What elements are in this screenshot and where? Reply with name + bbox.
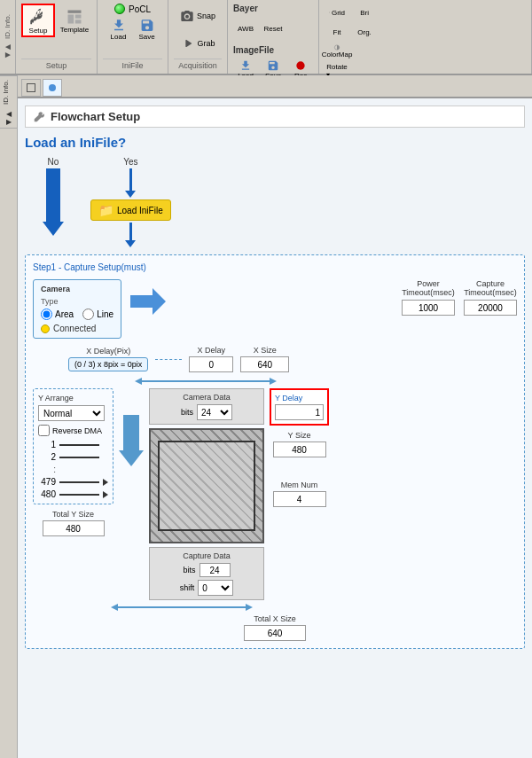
svg-point-4 xyxy=(185,15,189,19)
yes-label: Yes xyxy=(123,157,137,167)
power-timeout-input[interactable] xyxy=(402,300,455,316)
imagefile-label: ImageFile xyxy=(233,45,313,55)
camera-row: Camera Type Area Line xyxy=(33,279,517,339)
load-button[interactable]: Load xyxy=(106,17,131,42)
x-delay-input[interactable] xyxy=(189,356,233,372)
big-down-arrow xyxy=(119,388,144,600)
template-icon xyxy=(66,8,83,26)
x-delay-input-label: X Delay xyxy=(198,346,226,355)
mem-num-label: Mem Num xyxy=(281,481,318,489)
inifile-section-name: IniFile xyxy=(103,59,162,70)
svg-rect-1 xyxy=(68,14,74,23)
capture-data-title: Capture Data xyxy=(155,551,258,560)
x-delay-input-group: X Delay xyxy=(189,346,233,372)
arrows-icon[interactable]: ◀▶ xyxy=(4,43,12,59)
reverse-dma-checkbox[interactable] xyxy=(38,425,50,436)
grab-icon xyxy=(181,36,195,51)
pixel-grid xyxy=(149,428,264,543)
total-x-label: Total X Size xyxy=(33,614,517,623)
save-btn-label: Save xyxy=(138,33,154,41)
y-arrange-group: Y Arrange Normal Reverse DMA xyxy=(33,388,113,504)
capture-bits-row: bits xyxy=(155,563,258,577)
area-radio[interactable] xyxy=(41,309,52,320)
colormap-button[interactable]: ColorMap xyxy=(325,43,349,60)
mem-num-group: Mem Num xyxy=(270,481,329,507)
flow-icon xyxy=(47,82,58,93)
ini-question: Load an IniFile? xyxy=(25,135,525,150)
grab-btn-label: Grab xyxy=(198,39,215,48)
tab-strip xyxy=(18,75,532,98)
grab-button[interactable]: Grab xyxy=(175,31,222,56)
power-timeout-group: Power Timeout(msec) xyxy=(402,279,455,316)
y-arrange-title: Y Arrange xyxy=(38,394,108,402)
line-bar-2 xyxy=(59,457,99,458)
line-num-2: 2 xyxy=(38,452,56,462)
x-delay-pix-label: X Delay(Pix) xyxy=(86,347,130,356)
save-button[interactable]: Save xyxy=(135,17,160,42)
line-bar-1 xyxy=(59,444,99,446)
camera-type-label: Type xyxy=(41,297,113,306)
no-branch: No xyxy=(43,157,64,247)
line-radio-label[interactable]: Line xyxy=(82,309,113,320)
y-size-input[interactable] xyxy=(273,442,326,457)
rec-icon xyxy=(294,59,307,72)
load-inifile-node[interactable]: 📁 Load IniFile xyxy=(90,199,171,221)
total-y-input[interactable] xyxy=(43,520,105,536)
id-info-label: ID. Info. xyxy=(4,14,12,39)
camera-bits-select[interactable]: 24 16 8 xyxy=(197,404,232,420)
svg-rect-0 xyxy=(68,10,82,12)
y-delay-input[interactable] xyxy=(275,404,324,420)
x-size-group: X Size xyxy=(240,346,289,372)
grid-icon xyxy=(329,7,330,18)
main-content: Flowchart Setup Load an IniFile? No xyxy=(18,98,532,758)
arrow-right-480 xyxy=(103,491,108,498)
camera-type-row: Area Line xyxy=(41,309,113,320)
total-y-group: Total Y Size xyxy=(33,510,113,536)
bayer-label: Bayer xyxy=(233,4,313,13)
pocl-led xyxy=(114,4,125,14)
y-arrange-select[interactable]: Normal xyxy=(38,405,105,421)
collapse-arrow[interactable]: ◀ xyxy=(6,110,12,118)
org-button[interactable]: Org. xyxy=(352,23,377,41)
side-tab-id-info[interactable]: ID. Info. xyxy=(0,75,17,108)
snap-button[interactable]: Snap xyxy=(174,4,222,28)
grid-button[interactable]: Grid xyxy=(325,4,349,21)
setup-button[interactable]: Setup xyxy=(21,4,55,37)
total-x-group: Total X Size xyxy=(33,614,517,641)
expand-arrow[interactable]: ▶ xyxy=(6,118,12,126)
wrench-icon xyxy=(28,7,48,27)
flowchart-title: Flowchart Setup xyxy=(51,110,140,123)
svg-rect-3 xyxy=(75,20,82,23)
capture-data-box: Capture Data bits shift 0 xyxy=(149,547,264,600)
right-controls: Y Delay Y Size Mem Num xyxy=(270,388,329,600)
tab-square[interactable] xyxy=(21,79,41,97)
dashed-connector xyxy=(155,359,182,360)
reverse-dma-row: Reverse DMA xyxy=(38,425,108,436)
inifile-section: Load an IniFile? No Yes xyxy=(25,135,525,247)
capture-timeout-label: Capture Timeout(msec) xyxy=(464,279,517,297)
total-x-input[interactable] xyxy=(244,625,306,641)
capture-shift-select[interactable]: 0 xyxy=(198,580,233,596)
x-size-input[interactable] xyxy=(240,356,289,372)
line-num-480: 480 xyxy=(38,489,56,499)
reset-button[interactable]: Reset xyxy=(261,15,286,42)
pixel-grid-inner xyxy=(158,441,255,531)
capture-timeout-input[interactable] xyxy=(464,300,517,316)
wrench-small-icon xyxy=(33,111,45,123)
capture-data-fields: bits shift 0 xyxy=(155,563,258,596)
tab-flow[interactable] xyxy=(43,79,62,97)
bri-button[interactable]: Bri xyxy=(352,4,377,21)
reverse-dma-label: Reverse DMA xyxy=(52,426,102,435)
center-panel: Camera Data bits 24 16 8 xyxy=(149,388,264,600)
capture-bits-input[interactable] xyxy=(200,563,231,577)
awb-button[interactable]: AWB xyxy=(233,15,258,42)
connected-row: Connected xyxy=(41,324,113,333)
camera-title: Camera xyxy=(41,285,113,293)
fit-button[interactable]: Fit xyxy=(325,23,349,41)
area-radio-label[interactable]: Area xyxy=(41,309,74,320)
line-radio[interactable] xyxy=(82,309,94,320)
setup-btn-label: Setup xyxy=(29,27,48,35)
template-button[interactable]: Template xyxy=(58,4,91,37)
mem-num-input[interactable] xyxy=(273,491,326,507)
area-label: Area xyxy=(55,309,74,319)
